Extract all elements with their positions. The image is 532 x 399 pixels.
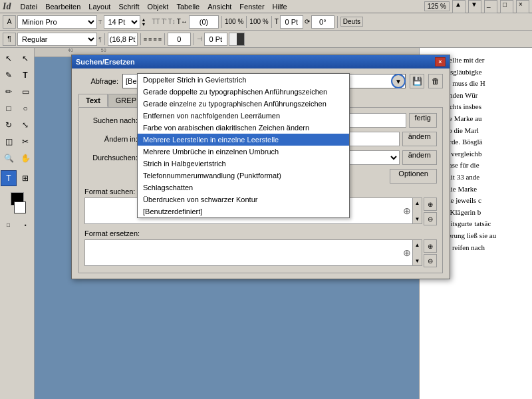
kerning-input[interactable]: [189, 15, 219, 29]
format-suchen-add-btn[interactable]: ⊕: [424, 198, 437, 211]
dialog-close-btn[interactable]: ×: [435, 57, 446, 66]
rotate-tool[interactable]: ↻: [1, 117, 17, 133]
dropdown-item-3[interactable]: Entfernen von nachfolgenden Leerräumen: [138, 110, 349, 122]
dropdown-item-4[interactable]: Farbe von arabischen diakritischen Zeich…: [138, 122, 349, 134]
delete-query-btn[interactable]: 🗑: [428, 74, 443, 88]
color-preview[interactable]: [229, 33, 245, 46]
para-style-select[interactable]: Regular: [17, 33, 97, 46]
format-suchen-btns: ⊕ ⊖: [424, 198, 437, 225]
text-cursor-tool[interactable]: T: [1, 170, 17, 186]
scissors-tool[interactable]: ✂: [17, 134, 33, 150]
aendern-btn[interactable]: ändern: [402, 132, 437, 146]
menu-objekt[interactable]: Objekt: [144, 2, 173, 11]
format-ersetzen-label: Format ersetzen:: [84, 229, 437, 237]
window-max-btn[interactable]: □: [500, 0, 513, 13]
rect-tool[interactable]: □: [1, 100, 17, 116]
font-size-up[interactable]: ▲: [142, 17, 151, 22]
scroll-up-arrow[interactable]: ▲: [413, 198, 422, 207]
suchen-btn[interactable]: fertig: [409, 113, 437, 128]
leading-input[interactable]: [108, 33, 138, 46]
menu-tabelle[interactable]: Tabelle: [172, 2, 203, 11]
stroke-swatch[interactable]: [14, 201, 26, 213]
tracking-val-input[interactable]: [168, 33, 191, 46]
dropdown-item-11[interactable]: [Benutzerdefiniert]: [138, 205, 349, 217]
menu-hilfe[interactable]: Hilfe: [269, 2, 291, 11]
window-close-btn[interactable]: ×: [516, 0, 529, 13]
direct-select-tool[interactable]: ↖: [17, 51, 33, 66]
menu-bearbeiten[interactable]: Bearbeiten: [41, 2, 84, 11]
menu-ansicht[interactable]: Ansicht: [203, 2, 235, 11]
format-ersetzen-add-btn[interactable]: ⊕: [424, 239, 437, 253]
tracking-label: TT: [152, 18, 160, 25]
para-style-icon: ¶: [3, 33, 16, 46]
dropdown-item-6[interactable]: Mehrere Umbrüche in einzelnen Umbruch: [138, 146, 349, 158]
menu-fenster[interactable]: Fenster: [235, 2, 268, 11]
abfrage-dropdown-btn[interactable]: ▼: [391, 74, 406, 88]
font-size-down[interactable]: ▼: [142, 22, 151, 27]
dropdown-item-9[interactable]: Schlagschatten: [138, 182, 349, 194]
format-suchen-del-btn[interactable]: ⊖: [424, 212, 437, 225]
scroll-down-arrow[interactable]: ▼: [413, 214, 422, 223]
align-left-icon[interactable]: ≡: [144, 36, 147, 43]
format-ersetzen-del-btn[interactable]: ⊖: [424, 254, 437, 267]
format-ersetzen-icon: ⊕: [403, 247, 411, 258]
align-justify-icon[interactable]: ≡: [158, 36, 162, 43]
dropdown-item-0[interactable]: Doppelter Strich in Geviertstrich: [138, 74, 349, 86]
menu-schrift[interactable]: Schrift: [114, 2, 143, 11]
zoom-out-btn[interactable]: ▼: [468, 0, 481, 13]
rect-frame-tool[interactable]: ▭: [17, 84, 33, 100]
document-area: 40 50 euGH stellte mit der g der Bösgläu…: [35, 48, 532, 399]
align-right-icon[interactable]: ≡: [153, 36, 156, 43]
char-style-icon: A: [3, 15, 16, 29]
abfrage-label: Abfrage:: [78, 77, 118, 85]
format-ersetzen-row: ▲ ▼ ⊕ ⊕ ⊖: [84, 239, 437, 267]
dropdown-item-1[interactable]: Gerade doppelte zu typographischen Anfüh…: [138, 86, 349, 98]
dropdown-item-2[interactable]: Gerade einzelne zu typographischen Anfüh…: [138, 98, 349, 110]
dropdown-item-10[interactable]: Überdrucken von schwarzer Kontur: [138, 194, 349, 205]
lang-select: Deuts: [340, 17, 363, 27]
options-btn[interactable]: Optionen: [390, 169, 437, 184]
scroll-down-arrow2[interactable]: ▼: [413, 256, 422, 265]
font-size-select[interactable]: 14 Pt: [104, 15, 140, 29]
durchsuchen-label: Durchsuchen:: [84, 154, 138, 162]
type-tool[interactable]: T: [17, 67, 33, 83]
tools-row8: T ⊞: [1, 170, 33, 186]
indent-input[interactable]: [204, 33, 227, 46]
zoom-in-btn[interactable]: ▲: [452, 0, 466, 13]
save-query-btn[interactable]: 💾: [410, 74, 424, 88]
ellipse-tool[interactable]: ○: [17, 100, 33, 116]
separator4: [337, 16, 338, 28]
format-suchen-icon: ⊕: [403, 205, 411, 216]
scroll-up-arrow2[interactable]: ▲: [413, 240, 422, 249]
scale-tool[interactable]: ⤡: [17, 117, 33, 133]
aendern-label: Ändern in:: [84, 135, 138, 143]
baseline-input[interactable]: [280, 15, 303, 29]
zoom-display: 125 %: [424, 1, 450, 11]
dropdown-item-5[interactable]: Mehrere Leerstellen in einzelne Leerstel…: [138, 134, 349, 146]
main-area: ↖ ↖ ✎ T ✏ ▭ □ ○ ↻ ⤡ ◫ ✂ 🔍 ✋ T ⊞: [0, 48, 532, 399]
tools-row4: □ ○: [1, 100, 33, 116]
hand-tool[interactable]: ✋: [17, 150, 33, 166]
dropdown-item-8[interactable]: Telefonnummerumwandlung (Punktformat): [138, 170, 349, 182]
dropdown-item-7[interactable]: Strich in Halbgeviertstrich: [138, 158, 349, 170]
para-icon: ¶: [98, 36, 102, 43]
zoom-tool[interactable]: 🔍: [1, 150, 17, 166]
pencil-tool[interactable]: ✏: [1, 84, 17, 100]
menu-layout[interactable]: Layout: [84, 2, 114, 11]
align-center-icon[interactable]: ≡: [148, 36, 152, 43]
normal-view-btn[interactable]: □: [1, 217, 17, 233]
window-min-btn[interactable]: _: [484, 0, 497, 13]
select-tool[interactable]: ↖: [1, 51, 17, 66]
tab-text[interactable]: Text: [78, 94, 108, 107]
menu-datei[interactable]: Datei: [16, 2, 41, 11]
font-family-select[interactable]: Minion Pro: [17, 15, 97, 29]
rotate-input[interactable]: [311, 15, 334, 29]
pen-tool[interactable]: ✎: [1, 67, 17, 83]
font-icon: T: [98, 19, 102, 25]
preview-btn[interactable]: ▪: [18, 217, 34, 233]
rotate-icon: ⟳: [305, 18, 310, 25]
gradient-tool[interactable]: ◫: [1, 134, 17, 150]
durchsuchen-btn[interactable]: ändern: [402, 150, 437, 165]
scale-pct-label: 100 %: [225, 18, 243, 25]
frame-grid-tool[interactable]: ⊞: [17, 170, 33, 186]
